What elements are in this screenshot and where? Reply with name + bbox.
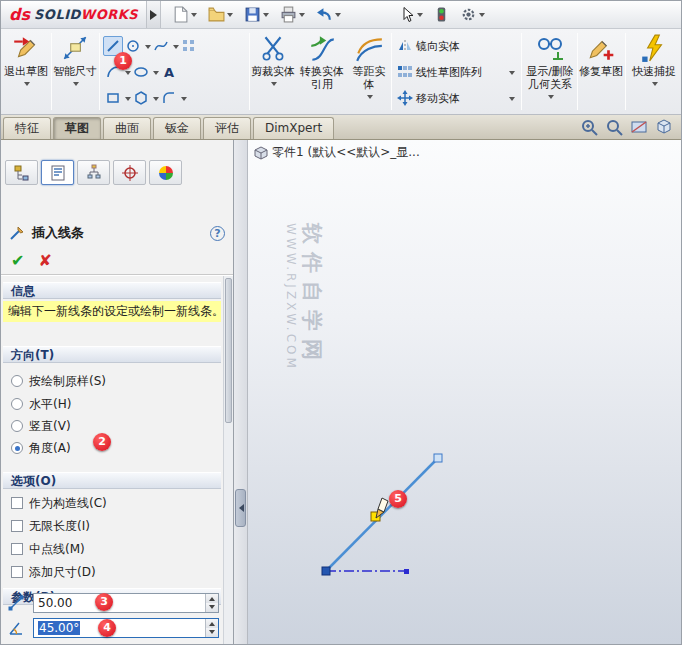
checkbox-midpoint-line[interactable]: 中点线(M) <box>11 540 85 558</box>
ellipse-tool-button[interactable] <box>131 62 151 82</box>
dimxpert-manager-tab[interactable] <box>113 160 146 185</box>
checkbox-control[interactable] <box>11 543 23 555</box>
text-tool-button[interactable]: A <box>159 62 179 82</box>
flyout-arrow-icon <box>150 10 162 20</box>
view-orientation-cube-icon[interactable] <box>655 118 673 136</box>
checkbox-add-dimension[interactable]: 添加尺寸(D) <box>11 563 96 581</box>
options-button[interactable] <box>460 6 485 23</box>
property-form-icon <box>49 164 67 182</box>
convert-entities-button[interactable]: 转换实体引用 <box>297 29 347 114</box>
cancel-button[interactable]: ✘ <box>38 251 51 270</box>
display-delete-relations-button[interactable]: 显示/删除几何关系 <box>525 29 575 114</box>
confirm-button[interactable]: ✔ <box>11 251 24 270</box>
zoom-in-icon[interactable] <box>580 118 598 136</box>
tab-evaluate[interactable]: 评估 <box>203 117 251 139</box>
radio-control[interactable] <box>11 398 23 410</box>
tab-features[interactable]: 特征 <box>3 117 51 139</box>
dropdown-caret-icon <box>509 97 515 104</box>
title-bar: ds SOLID WORKS <box>1 1 681 29</box>
checkbox-control[interactable] <box>11 497 23 509</box>
new-document-button[interactable] <box>172 6 197 23</box>
scrollbar-thumb[interactable] <box>225 278 232 423</box>
help-icon[interactable]: ? <box>210 226 225 241</box>
section-view-icon[interactable] <box>630 118 648 136</box>
dropdown-caret-icon <box>417 13 423 20</box>
sketch-pattern-tool-button[interactable] <box>179 36 199 56</box>
checkbox-control[interactable] <box>11 520 23 532</box>
panel-splitter[interactable] <box>234 140 248 645</box>
sketch-line[interactable] <box>326 458 438 571</box>
line-icon <box>105 38 121 54</box>
panel-scrollbar[interactable] <box>223 276 233 645</box>
target-icon <box>121 164 139 182</box>
tab-sketch[interactable]: 草图 <box>53 117 101 139</box>
group-separator <box>51 33 52 110</box>
message-text: 编辑下一新线条的设定或绘制一新线条。 <box>3 301 221 322</box>
appearances-tab[interactable] <box>149 160 182 185</box>
graphics-viewport[interactable]: 零件1 (默认<<默认>_显... 软件自学网 WWW.RJZXW.COM <box>248 140 681 645</box>
view-tools <box>580 118 673 136</box>
polygon-tool-button[interactable] <box>131 88 151 108</box>
length-input[interactable]: 50.00 <box>33 593 219 613</box>
feature-manager-tab[interactable] <box>5 160 38 185</box>
property-manager-tab[interactable] <box>41 160 74 185</box>
exit-sketch-button[interactable]: 退出草图 <box>3 29 49 114</box>
menu-flyout-button[interactable] <box>147 1 161 28</box>
radio-control[interactable] <box>11 420 23 432</box>
linear-pattern-icon <box>397 64 413 80</box>
solidworks-window: ds SOLID WORKS <box>0 0 682 645</box>
print-button[interactable] <box>280 6 305 23</box>
mirror-entities-button[interactable]: 镜向实体 <box>393 33 519 59</box>
radio-angle[interactable]: 角度(A) <box>11 439 71 457</box>
save-button[interactable] <box>244 6 269 23</box>
quick-snaps-button[interactable]: 快速捕捉 <box>627 29 681 114</box>
angle-spinner[interactable] <box>205 619 218 637</box>
line-end-point[interactable] <box>434 454 442 462</box>
rebuild-button[interactable] <box>434 6 449 23</box>
pattern-grid-icon <box>181 38 197 54</box>
sketch-canvas[interactable] <box>248 140 681 645</box>
panel-header: 插入线条 ? <box>1 222 233 244</box>
linear-sketch-pattern-button[interactable]: 线性草图阵列 <box>393 59 519 85</box>
angle-input[interactable]: 45.00° <box>33 618 219 638</box>
tab-dimxpert[interactable]: DimXpert <box>253 117 334 139</box>
tab-sheet-metal[interactable]: 钣金 <box>153 117 201 139</box>
radio-as-sketched[interactable]: 按绘制原样(S) <box>11 372 106 390</box>
select-tool-button[interactable] <box>399 6 423 23</box>
collapse-panel-button[interactable] <box>235 489 246 527</box>
repair-sketch-button[interactable]: 修复草图 <box>579 29 623 114</box>
checkbox-control[interactable] <box>11 566 23 578</box>
dropdown-caret-icon <box>24 82 30 89</box>
radio-vertical[interactable]: 竖直(V) <box>11 417 71 435</box>
line-start-point[interactable] <box>322 567 330 575</box>
checkbox-infinite-length[interactable]: 无限长度(I) <box>11 517 90 535</box>
rectangle-tool-button[interactable] <box>103 88 123 108</box>
open-folder-icon <box>208 6 225 23</box>
ellipse-icon <box>133 64 149 80</box>
angle-icon <box>7 619 25 637</box>
fillet-tool-button[interactable] <box>159 88 179 108</box>
radio-control[interactable] <box>11 375 23 387</box>
spline-tool-button[interactable] <box>151 36 171 56</box>
trim-entities-button[interactable]: 剪裁实体 <box>251 29 295 114</box>
quick-snaps-icon <box>639 33 669 63</box>
configuration-icon <box>85 164 103 182</box>
panel-tab-strip <box>5 160 182 185</box>
open-document-button[interactable] <box>208 6 233 23</box>
sketch-entities-group: A 1 <box>101 29 249 114</box>
configuration-manager-tab[interactable] <box>77 160 110 185</box>
checkbox-construction-line[interactable]: 作为构造线(C) <box>11 494 107 512</box>
tab-surfaces[interactable]: 曲面 <box>103 117 151 139</box>
centerline-endpoint[interactable] <box>404 569 409 574</box>
radio-control-selected[interactable] <box>11 442 23 454</box>
group-separator <box>391 33 392 110</box>
undo-button[interactable] <box>316 6 341 23</box>
radio-horizontal[interactable]: 水平(H) <box>11 395 71 413</box>
move-entities-button[interactable]: 移动实体 <box>393 85 519 111</box>
group-separator <box>625 33 626 110</box>
magnifier-icon[interactable] <box>605 118 623 136</box>
length-spinner[interactable] <box>205 594 218 612</box>
smart-dimension-button[interactable]: 智能尺寸 <box>53 29 97 114</box>
main-area: 插入线条 ? ✔ ✘ 信息 编辑下一新线条的设定或绘制一新线条。 方向(T) 按… <box>1 140 681 645</box>
offset-entities-button[interactable]: 等距实体 <box>349 29 389 114</box>
